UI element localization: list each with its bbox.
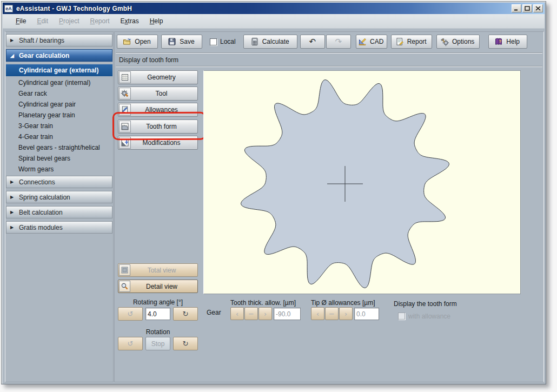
allowances-button[interactable]: Allowances [118,103,198,117]
chevron-right-icon: ▶ [10,195,15,200]
tip-allowance-reset-button[interactable]: − [325,307,339,320]
geometry-button[interactable]: Geometry [118,70,198,84]
sidebar-item-3-gear-train[interactable]: 3-Gear train [5,121,113,131]
display-tooth-form-label: Display the tooth form [394,300,457,308]
cad-label: CAD [370,38,384,45]
sidebar-item-gear-rack[interactable]: Gear rack [5,88,113,99]
tooth-thick-label: Tooth thick. allow. [µm] [230,299,296,307]
tooth-form-canvas[interactable] [203,70,521,294]
sidebar-item-planetary-gear-train[interactable]: Planetary gear train [5,110,113,121]
geometry-grid-icon [121,73,129,82]
tooth-thick-input[interactable] [274,308,301,320]
sidebar-item-worm-gears[interactable]: Worm gears [5,164,113,175]
report-button[interactable]: Report [391,35,432,49]
tool-button[interactable]: Tool [118,87,198,101]
sidebar-item-bevel-gears[interactable]: Bevel gears - straight/helical [5,142,113,153]
redo-button[interactable]: ↷ [326,35,351,49]
chevron-right-icon: ▶ [10,210,15,215]
chevron-left-icon: ‹ [236,310,238,317]
allowances-label: Allowances [131,106,197,114]
menu-report[interactable]: Report [85,16,115,26]
cad-button[interactable]: CAD [356,35,387,49]
triangle-expanded-icon: ◢ [10,53,15,58]
menu-project[interactable]: Project [54,16,84,26]
open-button[interactable]: Open [117,35,158,49]
sidebar: ▶ Shaft / bearings ◢ Gear calculation Cy… [5,31,114,382]
minus-icon: − [248,310,254,317]
section-title: Display of tooth form [119,56,178,64]
rotating-angle-input[interactable] [145,308,170,320]
sidebar-header-shaft-bearings[interactable]: ▶ Shaft / bearings [6,34,112,46]
menu-file[interactable]: File [10,16,31,26]
tooth-thick-reset-button[interactable]: − [244,307,258,320]
sidebar-item-spiral-bevel-gears[interactable]: Spiral bevel gears [5,153,113,164]
tip-allowance-prev-button[interactable]: ‹ [311,307,324,320]
sidebar-header-label: Connections [19,178,55,186]
rotation-stop-button[interactable]: Stop [145,337,170,350]
sidebar-header-gear-calculation[interactable]: ◢ Gear calculation [6,49,112,62]
chevron-right-icon: › [264,310,267,317]
tooth-form-button[interactable]: Tooth form [118,119,198,134]
tooth-form-label: Tooth form [131,123,197,130]
tooth-form-icon [121,122,129,131]
geometry-label: Geometry [131,74,197,81]
detail-view-button[interactable]: Detail view [118,280,198,293]
total-view-icon [121,266,129,274]
with-allowance-label: with allowance [408,313,450,320]
undo-icon: ↶ [309,38,316,46]
rotation-ccw-button[interactable]: ↺ [118,337,143,350]
separator-line [116,66,542,67]
tool-gear-icon [121,89,129,98]
redo-icon: ↷ [335,38,342,46]
save-button[interactable]: Save [161,35,202,49]
chevron-right-icon: ▶ [10,180,15,184]
menu-edit[interactable]: Edit [31,16,54,26]
calculate-button[interactable]: Calculate [243,35,297,49]
with-allowance-checkbox[interactable] [398,313,405,320]
rotate-step-cw-button[interactable]: ↻ [173,307,198,321]
rotation-cw-button[interactable]: ↻ [173,337,198,350]
toolbar: Open Save Local Calculate ↶ [117,34,541,49]
app-icon: eA [4,5,13,12]
sidebar-item-cylindrical-gear-internal[interactable]: Cylindrical gear (internal) [5,77,113,88]
local-checkbox[interactable] [210,38,217,45]
rotate-cw-icon: ↻ [183,310,189,317]
sidebar-header-connections[interactable]: ▶ Connections [6,176,112,188]
save-floppy-icon [168,37,176,46]
options-button[interactable]: Options [436,35,480,49]
minimize-button[interactable] [512,4,521,12]
tooth-thick-prev-button[interactable]: ‹ [230,307,244,320]
close-button[interactable] [533,4,543,12]
title-bar[interactable]: eA eAssistant - GWJ Technology GmbH [3,3,545,14]
menu-help[interactable]: Help [144,16,169,26]
undo-button[interactable]: ↶ [300,35,325,49]
stop-label: Stop [151,340,165,348]
sidebar-header-gratis-modules[interactable]: ▶ Gratis modules [6,221,112,234]
tooth-thick-next-button[interactable]: › [258,307,272,320]
chevron-right-icon: › [344,310,347,317]
rotate-step-ccw-button[interactable]: ↺ [118,307,143,321]
maximize-button[interactable] [522,4,532,12]
gear-svg [204,71,520,294]
sidebar-header-label: Spring calculation [19,194,70,201]
screenshot-root: eA eAssistant - GWJ Technology GmbH File… [0,0,557,392]
tip-allowance-next-button[interactable]: › [339,307,353,320]
help-book-icon: ? [494,37,503,46]
sidebar-item-cylindrical-gear-pair[interactable]: Cylindrical gear pair [5,99,113,110]
sidebar-item-4-gear-train[interactable]: 4-Gear train [5,131,113,142]
sidebar-header-spring-calculation[interactable]: ▶ Spring calculation [6,191,112,203]
tip-allowance-input[interactable] [354,308,379,320]
sidebar-header-belt-calculation[interactable]: ▶ Belt calculation [6,206,112,218]
local-checkbox-group[interactable]: Local [210,38,236,45]
svg-text:?: ? [499,39,502,44]
tip-allowance-label: Tip Ø allowances [µm] [311,299,375,307]
sidebar-item-cylindrical-gear-external[interactable]: Cylindrical gear (external) [6,64,112,76]
help-button[interactable]: ? Help [488,35,527,49]
menu-extras[interactable]: Extras [115,16,144,26]
modifications-icon [121,138,129,147]
minimize-icon [514,6,519,11]
total-view-button[interactable]: Total view [118,263,198,277]
modifications-button[interactable]: Modifications [118,136,198,150]
app-window: eA eAssistant - GWJ Technology GmbH File… [1,1,546,384]
window-title: eAssistant - GWJ Technology GmbH [15,5,509,12]
